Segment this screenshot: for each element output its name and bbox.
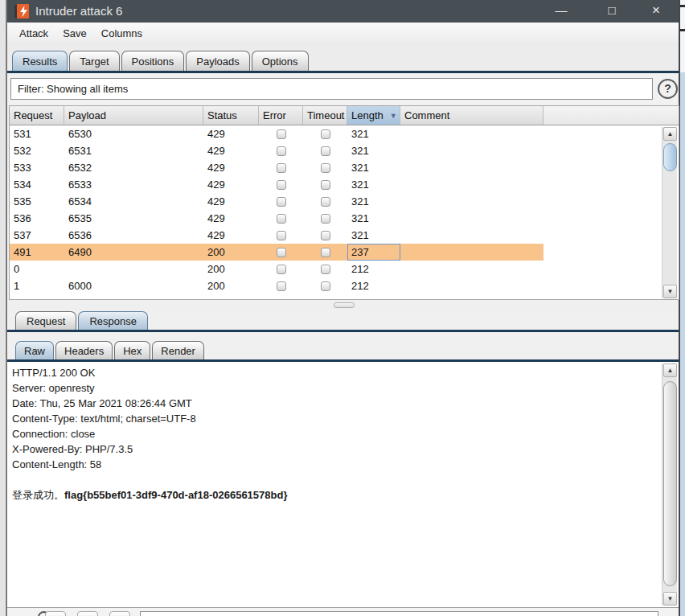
results-scrollbar[interactable]: ▲ ▼	[662, 127, 677, 298]
cell-comment	[400, 227, 543, 244]
tab-results[interactable]: Results	[12, 51, 68, 71]
cell-timeout	[303, 244, 347, 261]
scroll-up-button[interactable]: ▲	[663, 127, 677, 141]
intruder-attack-window: Intruder attack 6 — □ × AttackSaveColumn…	[6, 0, 680, 616]
menu-save[interactable]: Save	[55, 23, 94, 39]
cell-comment	[400, 142, 543, 159]
cell-request: 535	[10, 193, 64, 210]
tab-response[interactable]: Response	[78, 311, 148, 330]
column-header-length[interactable]: Length▼	[347, 106, 400, 125]
view-tab-bar: RawHeadersHexRender	[7, 332, 679, 362]
column-header-error[interactable]: Error	[259, 106, 303, 125]
scroll-down-button[interactable]: ▼	[663, 285, 677, 298]
cell-status: 429	[203, 159, 259, 176]
timeout-checkbox[interactable]	[321, 180, 330, 190]
tab-request[interactable]: Request	[15, 311, 76, 330]
filter-bar[interactable]: Filter: Showing all items	[10, 78, 653, 100]
timeout-checkbox[interactable]	[321, 248, 330, 257]
maximize-button[interactable]: □	[597, 0, 626, 23]
cell-timeout	[303, 210, 347, 227]
table-row[interactable]: 5336532429321	[10, 159, 543, 176]
table-row[interactable]: 5366535429321	[10, 210, 543, 227]
table-row[interactable]: 4916490200237	[10, 244, 543, 261]
cell-status: 429	[203, 125, 259, 142]
column-header-filler	[543, 106, 679, 125]
table-row[interactable]: 5316530429321	[10, 125, 543, 142]
column-header-timeout[interactable]: Timeout	[303, 106, 347, 125]
tab-positions[interactable]: Positions	[121, 51, 185, 71]
minimize-button[interactable]: —	[547, 0, 576, 23]
response-header-line: Content-Length: 58	[12, 457, 659, 472]
column-header-payload[interactable]: Payload	[64, 106, 203, 125]
table-row[interactable]: 5346533429321	[10, 176, 543, 193]
table-row[interactable]: 5326531429321	[10, 142, 543, 159]
response-header-line: Server: openresty	[12, 380, 659, 396]
tab-target[interactable]: Target	[69, 51, 119, 71]
error-checkbox[interactable]	[277, 281, 286, 291]
cell-comment	[400, 261, 543, 277]
table-row[interactable]: 16000200212	[10, 277, 543, 294]
cell-status: 200	[203, 277, 259, 294]
timeout-checkbox[interactable]	[321, 214, 330, 224]
cell-length: 321	[347, 210, 400, 227]
timeout-checkbox[interactable]	[321, 281, 330, 291]
error-checkbox[interactable]	[277, 197, 286, 207]
timeout-checkbox[interactable]	[321, 129, 330, 139]
error-checkbox[interactable]	[277, 146, 286, 156]
background-window-edge-right	[680, 0, 685, 616]
timeout-checkbox[interactable]	[321, 231, 330, 240]
tab-options[interactable]: Options	[252, 51, 309, 71]
tab-hex[interactable]: Hex	[114, 341, 150, 359]
table-row[interactable]: 5376536429321	[10, 227, 543, 244]
search-input[interactable]	[140, 611, 658, 616]
timeout-checkbox[interactable]	[321, 197, 330, 207]
cell-payload: 6490	[64, 244, 203, 261]
response-scrollbar[interactable]: ▲ ▼	[662, 363, 677, 606]
error-checkbox[interactable]	[277, 248, 286, 257]
cell-status: 200	[203, 244, 259, 261]
tab-render[interactable]: Render	[152, 341, 204, 359]
column-header-comment[interactable]: Comment	[400, 106, 543, 125]
menu-attack[interactable]: Attack	[12, 23, 55, 39]
timeout-checkbox[interactable]	[321, 163, 330, 173]
table-row[interactable]: 0200212	[10, 261, 543, 277]
search-option-button[interactable]	[77, 611, 98, 616]
error-checkbox[interactable]	[277, 180, 286, 190]
tab-raw[interactable]: Raw	[15, 341, 54, 359]
column-header-request[interactable]: Request	[10, 106, 64, 125]
timeout-checkbox[interactable]	[321, 146, 330, 156]
menu-columns[interactable]: Columns	[94, 23, 150, 39]
cell-timeout	[303, 261, 347, 277]
timeout-checkbox[interactable]	[321, 265, 330, 274]
error-checkbox[interactable]	[277, 265, 286, 274]
divider-grip-icon	[334, 302, 355, 308]
error-checkbox[interactable]	[277, 231, 286, 240]
tab-headers[interactable]: Headers	[55, 341, 113, 359]
column-header-label: Status	[207, 109, 237, 121]
column-header-label: Request	[14, 109, 52, 121]
search-option-button[interactable]	[45, 611, 66, 616]
search-option-button[interactable]	[109, 611, 130, 616]
close-button[interactable]: ×	[642, 0, 671, 23]
table-row[interactable]: 5356534429321	[10, 193, 543, 210]
cell-length: 321	[347, 142, 400, 159]
scrollbar-thumb[interactable]	[663, 381, 677, 586]
help-icon[interactable]: ?	[658, 79, 678, 99]
error-checkbox[interactable]	[277, 129, 286, 139]
tab-payloads[interactable]: Payloads	[186, 51, 249, 71]
scrollbar-thumb[interactable]	[663, 143, 677, 171]
scroll-down-button[interactable]: ▼	[663, 592, 677, 606]
message-tab-bar: RequestResponse	[7, 310, 679, 332]
cell-timeout	[303, 227, 347, 244]
titlebar[interactable]: Intruder attack 6 — □ ×	[7, 0, 679, 23]
error-checkbox[interactable]	[277, 163, 286, 173]
response-header-line: X-Powered-By: PHP/7.3.5	[12, 441, 659, 457]
scroll-up-button[interactable]: ▲	[663, 363, 677, 377]
split-pane-divider[interactable]	[7, 300, 679, 310]
cell-error	[259, 227, 303, 244]
column-header-status[interactable]: Status	[203, 106, 259, 125]
response-text: HTTP/1.1 200 OKServer: openrestyDate: Th…	[7, 362, 679, 503]
error-checkbox[interactable]	[277, 214, 286, 224]
response-editor[interactable]: HTTP/1.1 200 OKServer: openrestyDate: Th…	[7, 362, 679, 607]
cell-error	[259, 244, 303, 261]
